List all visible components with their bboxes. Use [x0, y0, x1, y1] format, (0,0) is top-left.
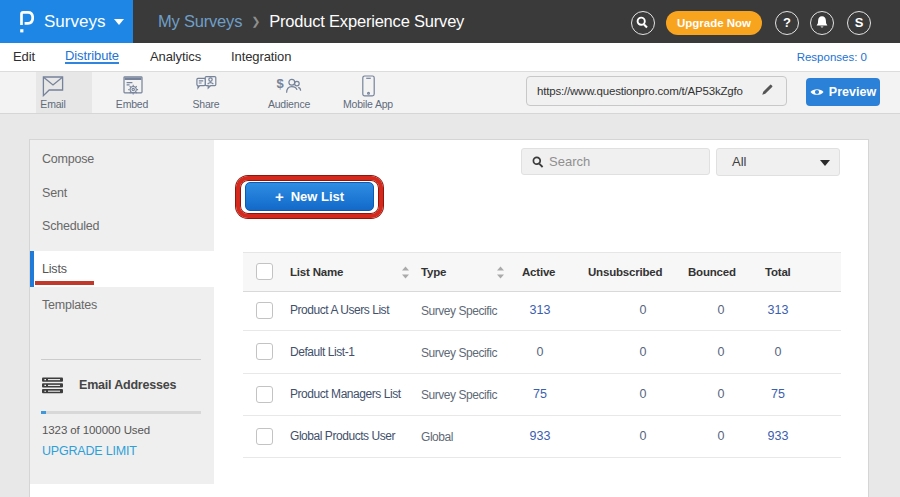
svg-text:$: $: [276, 76, 284, 91]
